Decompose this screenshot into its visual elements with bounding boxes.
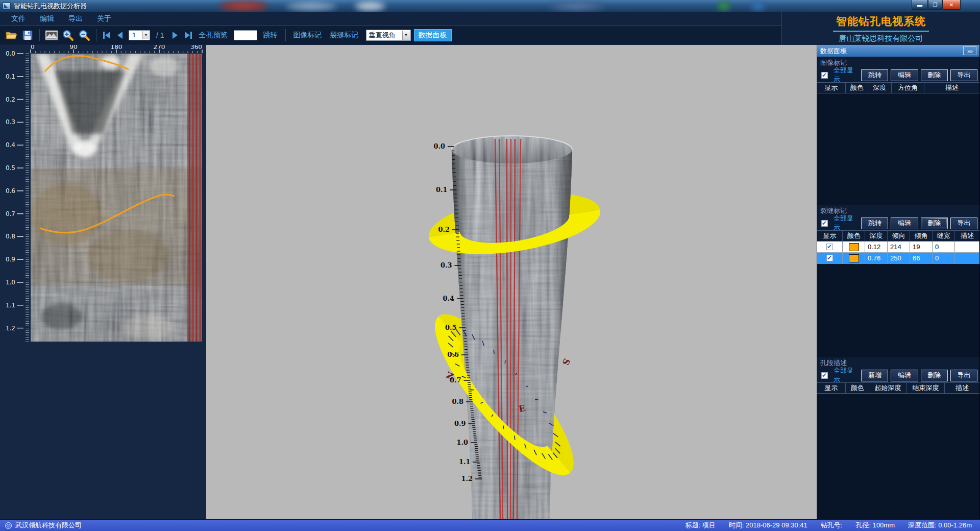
fracture-mark-button[interactable]: 裂缝标记 — [330, 31, 359, 40]
image-preview-icon[interactable] — [45, 29, 58, 41]
image-marks-show-all-checkbox[interactable] — [821, 72, 828, 79]
image-marks-delete-button[interactable]: 删除 — [921, 69, 948, 81]
svg-text:0.9: 0.9 — [6, 256, 15, 263]
svg-text:1.0: 1.0 — [6, 279, 15, 286]
svg-text:0: 0 — [31, 45, 35, 51]
fracture-marks-delete-button[interactable]: 删除 — [921, 218, 948, 229]
first-page-button[interactable] — [101, 30, 112, 41]
last-page-button[interactable] — [183, 30, 194, 41]
maximize-button[interactable]: ❐ — [928, 0, 942, 10]
image-mark-button[interactable]: 图像标记 — [293, 31, 322, 40]
fracture-mark-row[interactable]: 0.12214190 — [817, 242, 979, 253]
svg-text:0.7: 0.7 — [450, 376, 461, 384]
copyright-icon: ◎ — [5, 522, 12, 529]
column-header[interactable]: 显示 — [817, 83, 846, 93]
row-cell — [955, 253, 979, 263]
row-color-swatch[interactable] — [849, 254, 859, 262]
svg-text:0.6: 0.6 — [6, 187, 15, 195]
data-panel: 数据面板 »» 图像标记 全部显示 跳转 编辑 删除 导出 显示颜色深度方位角描… — [817, 45, 979, 519]
jump-depth-input[interactable] — [234, 30, 257, 40]
column-header[interactable]: 显示 — [817, 383, 846, 393]
hole-sections-add-button[interactable]: 新增 — [861, 370, 888, 381]
column-header[interactable]: 结束深度 — [907, 383, 945, 393]
hole-sections-show-all-checkbox[interactable] — [821, 372, 828, 379]
statusbar-diameter: 孔径: 100mm — [855, 521, 895, 530]
column-header[interactable]: 缝宽 — [933, 231, 955, 241]
statusbar-title: 标题: 项目 — [685, 521, 716, 530]
hole-sections-edit-button[interactable]: 编辑 — [891, 370, 918, 381]
menu-item-3[interactable]: 关于 — [91, 13, 117, 25]
decorative-blob — [219, 1, 268, 11]
data-panel-title: 数据面板 — [820, 46, 847, 56]
statusbar-time: 时间: 2018-06-29 09:30:41 — [729, 521, 807, 530]
column-header[interactable]: 颜色 — [846, 83, 868, 93]
close-button[interactable]: ✕ — [942, 0, 961, 10]
column-header[interactable]: 颜色 — [846, 383, 869, 393]
image-marks-edit-button[interactable]: 编辑 — [891, 69, 918, 81]
row-visible-checkbox[interactable] — [826, 255, 833, 261]
svg-text:1.1: 1.1 — [459, 458, 471, 466]
hole-sections-section: 孔段描述 全部显示 新增 编辑 删除 导出 显示颜色起始深度结束深度描述 — [817, 357, 979, 519]
full-hole-preview-button[interactable]: 全孔预览 — [199, 31, 228, 40]
statusbar-company: 武汉领航科技有限公司 — [15, 521, 82, 530]
statusbar-depth-range: 深度范围: 0.00-1.26m — [908, 521, 972, 530]
hole-sections-table-body — [817, 394, 979, 519]
image-marks-jump-button[interactable]: 跳转 — [861, 69, 888, 81]
viewer-3d[interactable]: NES 0.00.10.20.30.40.50.60.70.80.91.01.1… — [206, 45, 817, 519]
column-header[interactable]: 深度 — [865, 231, 888, 241]
column-header[interactable]: 描述 — [945, 383, 979, 393]
prev-page-button[interactable] — [114, 30, 126, 41]
branding-box: 智能钻孔电视系统 唐山莱锐思科技有限公司 — [781, 12, 980, 45]
svg-text:0.4: 0.4 — [6, 141, 15, 149]
row-visible-checkbox[interactable] — [826, 244, 833, 250]
zoom-out-icon[interactable] — [78, 29, 91, 41]
fracture-mark-row[interactable]: 0.76250660 — [817, 253, 979, 264]
column-header[interactable]: 起始深度 — [869, 383, 907, 393]
fracture-marks-jump-button[interactable]: 跳转 — [861, 218, 888, 229]
column-header[interactable]: 显示 — [817, 231, 843, 241]
page-number-input[interactable]: 1 ▼ — [129, 30, 150, 40]
decorative-blob — [355, 1, 385, 11]
fracture-marks-export-button[interactable]: 导出 — [950, 218, 977, 229]
column-header[interactable]: 深度 — [868, 83, 892, 93]
view-mode-select[interactable]: 垂直视角 ▼ — [366, 30, 411, 41]
column-header[interactable]: 方位角 — [892, 83, 924, 93]
borehole-image-viewer[interactable]: 0901802703600.00.10.20.30.40.50.60.70.80… — [0, 45, 206, 519]
svg-text:0.7: 0.7 — [6, 210, 15, 218]
row-color-swatch[interactable] — [849, 243, 859, 251]
zoom-in-icon[interactable] — [61, 29, 75, 41]
menu-item-2[interactable]: 导出 — [62, 13, 89, 25]
minimize-button[interactable]: ▬ — [912, 0, 928, 10]
jump-button[interactable]: 跳转 — [263, 31, 278, 40]
column-header[interactable]: 颜色 — [843, 231, 865, 241]
fracture-marks-show-all-checkbox[interactable] — [821, 220, 828, 227]
statusbar-hole-number: 钻孔号: — [821, 521, 843, 530]
fracture-marks-edit-button[interactable]: 编辑 — [891, 218, 918, 229]
column-header[interactable]: 倾角 — [910, 231, 933, 241]
collapse-panel-button[interactable]: »» — [963, 46, 976, 55]
menu-item-1[interactable]: 编辑 — [34, 13, 60, 25]
menu-item-0[interactable]: 文件 — [5, 13, 32, 25]
data-panel-header: 数据面板 »» — [817, 45, 979, 57]
row-cell: 0.76 — [865, 253, 888, 263]
svg-text:360: 360 — [190, 45, 202, 51]
hole-sections-delete-button[interactable]: 删除 — [921, 370, 948, 381]
statusbar: ◎ 武汉领航科技有限公司 标题: 项目 时间: 2018-06-29 09:30… — [0, 519, 980, 531]
column-header[interactable]: 描述 — [924, 83, 979, 93]
open-file-icon[interactable] — [5, 29, 18, 41]
view-mode-dropdown-arrow[interactable]: ▼ — [402, 31, 410, 40]
page-dropdown-arrow[interactable]: ▼ — [142, 31, 149, 39]
row-cell — [955, 242, 979, 252]
image-marks-export-button[interactable]: 导出 — [950, 69, 977, 81]
column-header[interactable]: 描述 — [955, 231, 979, 241]
save-icon[interactable] — [21, 29, 34, 41]
hole-sections-export-button[interactable]: 导出 — [950, 370, 977, 381]
next-page-button[interactable] — [169, 30, 181, 41]
row-cell: 0 — [933, 242, 955, 252]
toolbar: 1 ▼ / 1 全孔预览 跳转 图像标记 裂缝标记 垂直视角 ▼ — [0, 26, 781, 44]
svg-text:0.0: 0.0 — [6, 50, 15, 57]
data-panel-toggle-button[interactable]: 数据面板 — [414, 29, 452, 41]
row-cell: 19 — [910, 242, 933, 252]
window-title: 智能钻孔电视数据分析器 — [14, 2, 87, 11]
column-header[interactable]: 倾向 — [888, 231, 910, 241]
